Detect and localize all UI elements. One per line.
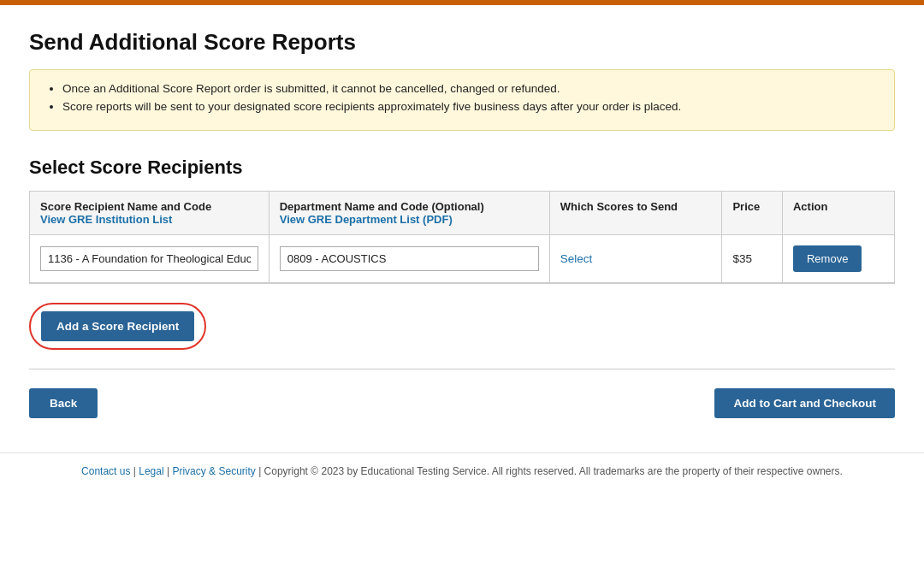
bottom-actions: Back Add to Cart and Checkout	[29, 369, 895, 444]
department-cell	[269, 235, 549, 283]
footer-copyright: Copyright © 2023 by Educational Testing …	[264, 465, 843, 477]
footer-privacy-link[interactable]: Privacy & Security	[172, 465, 255, 477]
add-score-recipient-button[interactable]: Add a Score Recipient	[41, 311, 194, 341]
department-input[interactable]	[280, 246, 539, 271]
institution-input[interactable]	[40, 246, 258, 271]
add-to-cart-checkout-button[interactable]: Add to Cart and Checkout	[714, 388, 895, 418]
back-button[interactable]: Back	[29, 388, 98, 418]
col-institution-label: Score Recipient Name and Code	[40, 200, 258, 213]
col-action: Action	[782, 192, 894, 235]
institution-cell	[30, 235, 270, 283]
remove-button[interactable]: Remove	[793, 245, 862, 272]
view-gre-department-link[interactable]: View GRE Department List (PDF)	[280, 213, 453, 226]
view-gre-institution-link[interactable]: View GRE Institution List	[40, 213, 172, 226]
footer-contact-link[interactable]: Contact us	[81, 465, 130, 477]
price-cell: $35	[722, 235, 783, 283]
notice-box: Once an Additional Score Report order is…	[29, 69, 895, 131]
notice-item-1: Once an Additional Score Report order is…	[62, 82, 879, 95]
select-scores-link[interactable]: Select	[560, 252, 593, 265]
col-department-label: Department Name and Code (Optional)	[280, 200, 539, 213]
table-header-row: Score Recipient Name and Code View GRE I…	[30, 192, 895, 235]
footer-text: Contact us | Legal | Privacy & Security …	[81, 465, 843, 477]
page-title: Send Additional Score Reports	[29, 29, 895, 56]
which-scores-cell: Select	[549, 235, 722, 283]
col-price: Price	[722, 192, 783, 235]
footer: Contact us | Legal | Privacy & Security …	[0, 452, 924, 486]
action-cell: Remove	[782, 235, 894, 283]
col-department: Department Name and Code (Optional) View…	[269, 192, 549, 235]
footer-legal-link[interactable]: Legal	[139, 465, 163, 477]
notice-item-2: Score reports will be sent to your desig…	[62, 100, 879, 113]
table-row: Select $35 Remove	[30, 235, 895, 283]
add-recipient-section: Add a Score Recipient	[29, 284, 895, 369]
add-recipient-circle: Add a Score Recipient	[29, 303, 206, 350]
col-which-scores: Which Scores to Send	[549, 192, 722, 235]
section-title: Select Score Recipients	[29, 157, 895, 179]
notice-list: Once an Additional Score Report order is…	[45, 82, 879, 113]
recipients-table: Score Recipient Name and Code View GRE I…	[29, 191, 895, 283]
col-institution: Score Recipient Name and Code View GRE I…	[30, 192, 270, 235]
